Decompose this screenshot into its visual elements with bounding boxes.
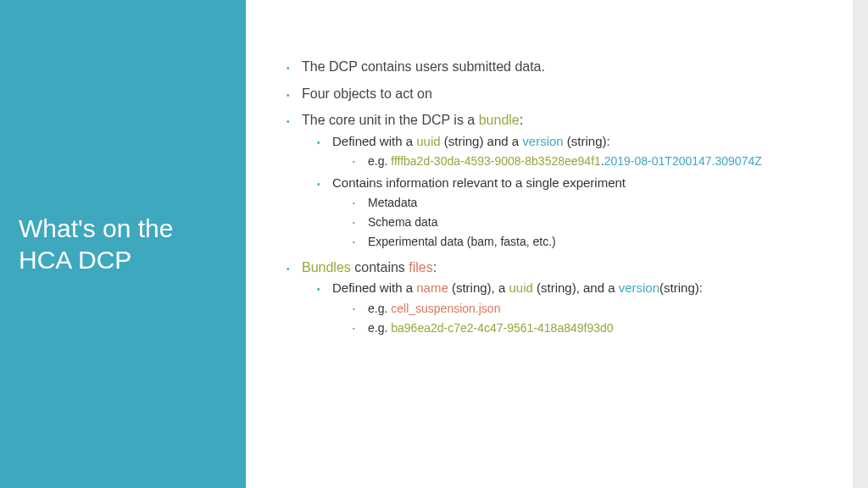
example-uuid: ffffba2d-30da-4593-9008-8b3528ee94f1	[391, 154, 601, 168]
scrollbar[interactable]	[853, 0, 868, 488]
text: e.g.	[368, 321, 391, 335]
bullet-list: The DCP contains users submitted data. F…	[287, 58, 827, 336]
text: :	[433, 260, 437, 274]
bullet-4a-eg2: e.g. ba96ea2d-c7e2-4c47-9561-418a849f93d…	[353, 320, 827, 336]
text: contains	[351, 260, 409, 274]
example-version: 2019-08-01T200147.309074Z	[604, 154, 762, 168]
text: :	[520, 113, 523, 127]
text: (string):	[659, 280, 703, 295]
bullet-3b-iii: Experimental data (bam, fasta, etc.)	[353, 234, 827, 250]
bullet-3b-i: Metadata	[353, 195, 827, 211]
text: e.g.	[368, 154, 391, 168]
highlight-uuid: uuid	[509, 280, 532, 295]
bullet-4a: Defined with a name (string), a uuid (st…	[317, 280, 827, 336]
text: (string), and a	[533, 280, 619, 295]
text: (string):	[564, 134, 610, 148]
bullet-3a-example: e.g. ffffba2d-30da-4593-9008-8b3528ee94f…	[353, 153, 827, 169]
highlight-version: version	[522, 134, 563, 148]
bullet-2: Four objects to act on	[287, 85, 827, 103]
highlight-version: version	[619, 280, 659, 295]
text: Defined with a	[332, 134, 416, 148]
bullet-3: The core unit in the DCP is a bundle: De…	[287, 111, 827, 250]
bullet-4a-eg1: e.g. cell_suspension.json	[353, 301, 827, 317]
content-area: The DCP contains users submitted data. F…	[246, 0, 853, 488]
bullet-3a: Defined with a uuid (string) and a versi…	[317, 133, 827, 169]
text: The core unit in the DCP is a	[302, 113, 479, 127]
highlight-bundle: bundle	[479, 113, 520, 127]
text: e.g.	[368, 302, 391, 315]
highlight-uuid: uuid	[416, 134, 440, 148]
bullet-4: Bundles contains files: Defined with a n…	[287, 258, 827, 336]
bullet-3b-ii: Schema data	[353, 214, 827, 230]
highlight-files: files	[409, 260, 432, 274]
highlight-name: name	[416, 280, 448, 295]
example-name: cell_suspension.json	[391, 302, 500, 315]
title-sidebar: What's on the HCA DCP	[0, 0, 246, 488]
highlight-bundles: Bundles	[302, 260, 351, 274]
bullet-1: The DCP contains users submitted data.	[287, 58, 827, 76]
text: Contains information relevant to a singl…	[332, 175, 626, 190]
text: (string), a	[448, 280, 509, 295]
example-uuid: ba96ea2d-c7e2-4c47-9561-418a849f93d0	[391, 321, 613, 335]
text: (string) and a	[441, 134, 523, 148]
slide-title: What's on the HCA DCP	[19, 213, 227, 276]
bullet-3b: Contains information relevant to a singl…	[317, 175, 827, 250]
text: Defined with a	[332, 280, 416, 295]
